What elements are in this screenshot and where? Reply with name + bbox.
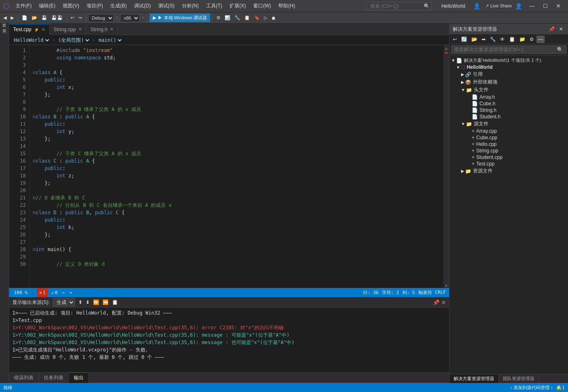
output-btn-5[interactable]: 📋 <box>112 299 118 305</box>
se-btn-1[interactable]: ↩ <box>451 36 459 43</box>
rp-close-button[interactable]: ✕ <box>557 25 565 33</box>
redo-button[interactable]: ↪ <box>77 14 84 21</box>
rp-pin-button[interactable]: 📌 <box>547 25 557 33</box>
toolbar-btn-7[interactable]: ⏹ <box>270 15 277 21</box>
config-dropdown[interactable]: Debug <box>88 14 114 22</box>
tab-output[interactable]: 输出 <box>69 372 89 383</box>
zoom-level[interactable]: 100 % <box>12 290 29 295</box>
toolbar-btn-3[interactable]: 🔧 <box>233 14 242 21</box>
add-to-source-label[interactable]: ↑ 添加到源代码管理 ↑ <box>510 385 553 391</box>
back-button[interactable]: ◀ <box>2 14 8 21</box>
panel-pin-button[interactable]: 📌 <box>433 299 440 306</box>
tree-array-cpp[interactable]: ▶ + Array.cpp <box>450 128 568 134</box>
tab-string-h-close[interactable]: ✕ <box>110 27 114 32</box>
editor-right-bar[interactable]: ▲ ▼ <box>443 45 449 288</box>
line-number[interactable]: 行: 36 <box>363 290 379 296</box>
code-editor[interactable]: 1 2 3 4 5 6 7 8 9 10 11 12 13 14 <box>9 45 449 288</box>
tab-test-cpp-close[interactable]: ✕ <box>41 27 45 32</box>
tree-student-cpp[interactable]: ▶ + Student.cpp <box>450 154 568 161</box>
se-btn-3[interactable]: 📂 <box>470 36 479 43</box>
save-all-button[interactable]: 💾💾 <box>50 14 64 21</box>
tree-string-h[interactable]: ▶ 📄 String.h <box>450 107 568 113</box>
breadcrumb-symbol[interactable]: main() <box>97 37 123 43</box>
output-btn-3[interactable]: ⏩ <box>93 299 99 305</box>
toolbar-btn-4[interactable]: 📋 <box>243 14 252 21</box>
close-button[interactable]: ✕ <box>552 1 565 11</box>
menu-edit[interactable]: 编辑(E) <box>36 1 59 11</box>
menu-analyze[interactable]: 分析(N) <box>179 1 202 11</box>
tree-project[interactable]: ▼ ⬡ HelloWorld <box>450 64 568 70</box>
se-search-input[interactable] <box>451 45 566 54</box>
notification-badge[interactable]: 🔔1 <box>556 385 565 390</box>
tree-array-h[interactable]: ▶ 📄 Array.h <box>450 94 568 100</box>
tree-source-folder[interactable]: ▼ 📁 源文件 <box>450 120 568 128</box>
menu-view[interactable]: 视图(V) <box>59 1 82 11</box>
toolbar-btn-6[interactable]: ▷ <box>262 14 269 21</box>
run-button[interactable]: ▶ ▶ 本地 Windows 调试器 <box>150 14 210 22</box>
menu-build[interactable]: 生成(B) <box>107 1 130 11</box>
se-btn-9[interactable]: ⚙ <box>528 36 536 43</box>
tree-resource-folder[interactable]: ▶ 📁 资源文件 <box>450 167 568 175</box>
output-btn-2[interactable]: ⬇ <box>86 299 90 305</box>
se-btn-10[interactable]: — <box>536 36 545 43</box>
se-btn-5[interactable]: 🔧 <box>488 36 498 43</box>
tree-student-h[interactable]: ▶ 📄 Student.h <box>450 113 568 120</box>
breadcrumb-scope[interactable]: (全局范围) <box>57 37 91 43</box>
platform-dropdown[interactable]: x86 <box>120 14 140 22</box>
se-btn-4[interactable]: ➡ <box>480 36 487 43</box>
output-btn-4[interactable]: ⏪ <box>102 299 109 305</box>
maximize-button[interactable]: ☐ <box>539 1 552 11</box>
tree-references[interactable]: ▶ 🔗 引用 <box>450 70 568 78</box>
output-source-select[interactable]: 生成 <box>53 298 75 306</box>
tab-string-h[interactable]: String.h ✕ <box>86 24 118 35</box>
menu-file[interactable]: 文件(F) <box>12 1 35 11</box>
nav-fwd[interactable]: → <box>68 290 74 295</box>
se-btn-8[interactable]: 📁 <box>518 36 527 43</box>
menu-extensions[interactable]: 扩展(X) <box>226 1 249 11</box>
scroll-down-arrow[interactable]: ▼ <box>445 283 448 288</box>
scroll-up-arrow[interactable]: ▲ <box>445 46 448 50</box>
rpanel-tab-solution[interactable]: 解决方案资源管理器 <box>450 374 499 383</box>
save-button[interactable]: 💾 <box>40 14 49 21</box>
tab-info[interactable]: 制表符 <box>418 290 432 296</box>
rpanel-tab-team[interactable]: 团队资源管理器 <box>499 374 539 383</box>
tree-solution-root[interactable]: ▼ 📄 解决方案'HelloWorld'(1 个项目/共 1 个) <box>450 57 568 64</box>
tree-hello-cpp[interactable]: ▶ + Hello.cpp <box>450 141 568 147</box>
undo-button[interactable]: ↩ <box>69 14 76 21</box>
tree-string-cpp[interactable]: ▶ + String.cpp <box>450 147 568 154</box>
forward-button[interactable]: ▶ <box>9 14 16 21</box>
toolbar-btn-2[interactable]: 📊 <box>223 14 232 21</box>
tab-task-list[interactable]: 任务列表 <box>39 373 69 383</box>
open-file-button[interactable]: 📂 <box>30 14 39 21</box>
tab-string-cpp-close[interactable]: ✕ <box>78 27 82 32</box>
warning-count[interactable]: ⚠ 0 <box>49 288 60 297</box>
title-search-input[interactable] <box>366 2 432 10</box>
menu-debug[interactable]: 调试(D) <box>131 1 154 11</box>
menu-help[interactable]: 帮助(H) <box>275 1 298 11</box>
code-text-area[interactable]: #include "iostream" using namespace std;… <box>30 45 443 288</box>
new-file-button[interactable]: 📄 <box>20 14 29 21</box>
tree-header-folder[interactable]: ▼ 📁 头文件 <box>450 86 568 94</box>
minimize-button[interactable]: — <box>525 1 539 11</box>
menu-tools[interactable]: 工具(T) <box>203 1 225 11</box>
output-btn-1[interactable]: ⬆ <box>78 299 82 305</box>
tree-cube-h[interactable]: ▶ 📄 Cube.h <box>450 100 568 107</box>
tab-string-cpp[interactable]: String.cpp ✕ <box>50 24 86 35</box>
se-btn-2[interactable]: 🔄 <box>459 36 469 43</box>
toolbar-btn-5[interactable]: 🔖 <box>252 14 261 21</box>
breadcrumb-project[interactable]: HelloWorld <box>12 37 50 43</box>
error-count[interactable]: ✕ 1 <box>37 288 48 297</box>
tree-cube-cpp[interactable]: ▶ + Cube.cpp <box>450 134 568 141</box>
panel-close-button[interactable]: ✕ <box>441 299 446 306</box>
se-btn-6[interactable]: 👁 <box>498 36 507 43</box>
tab-error-list[interactable]: 错误列表 <box>9 373 39 383</box>
menu-window[interactable]: 窗口(W) <box>250 1 274 11</box>
nav-back[interactable]: ← <box>61 290 67 295</box>
tab-test-cpp[interactable]: Test.cpp ⚡ ✕ <box>9 24 50 35</box>
live-share-button[interactable]: ↗ Live Share <box>482 2 515 9</box>
tree-test-cpp[interactable]: ▶ + Test.cpp <box>450 161 568 167</box>
menu-test[interactable]: 测试(S) <box>155 1 178 11</box>
se-btn-7[interactable]: 📋 <box>507 36 517 43</box>
toolbar-btn-1[interactable]: ⚙ <box>215 14 222 21</box>
menu-project[interactable]: 项目(P) <box>83 1 106 11</box>
